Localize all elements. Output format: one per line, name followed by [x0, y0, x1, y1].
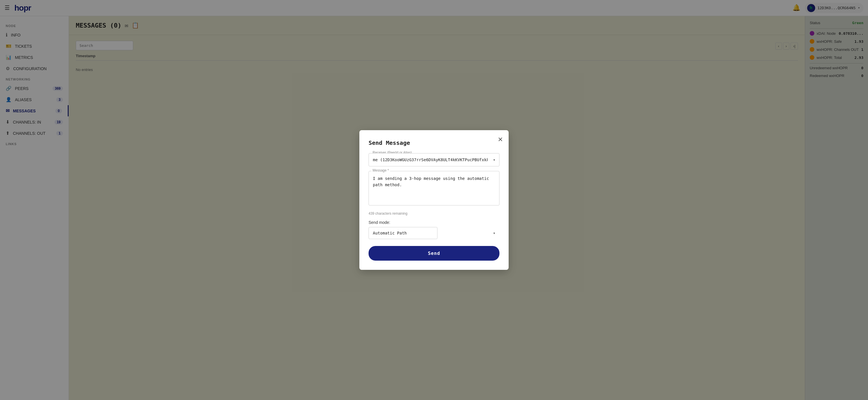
- modal-title: Send Message: [369, 139, 499, 146]
- send-message-modal: ✕ Send Message Receiver (PeerId or Alias…: [360, 130, 508, 270]
- send-mode-arrow-icon: ▾: [493, 231, 495, 236]
- chars-remaining: 439 characters remaining: [369, 211, 499, 216]
- modal-close-button[interactable]: ✕: [498, 136, 503, 143]
- send-mode-select-wrap: Automatic Path Manual Path Direct ▾: [369, 227, 499, 239]
- send-mode-select[interactable]: Automatic Path Manual Path Direct: [369, 227, 437, 239]
- message-textarea[interactable]: [369, 171, 499, 205]
- message-field-group: Message *: [369, 171, 499, 207]
- message-label: Message *: [371, 168, 390, 172]
- receiver-select[interactable]: me (12D3KooWGUzG37rrSe6DVAyK8ULT4kKVKTPu…: [369, 153, 499, 166]
- receiver-field-group: Receiver (PeerId or Alias) me (12D3KooWG…: [369, 153, 499, 166]
- send-button[interactable]: Send: [369, 246, 499, 261]
- modal-overlay: ✕ Send Message Receiver (PeerId or Alias…: [0, 0, 868, 400]
- send-mode-label: Send mode:: [369, 220, 499, 225]
